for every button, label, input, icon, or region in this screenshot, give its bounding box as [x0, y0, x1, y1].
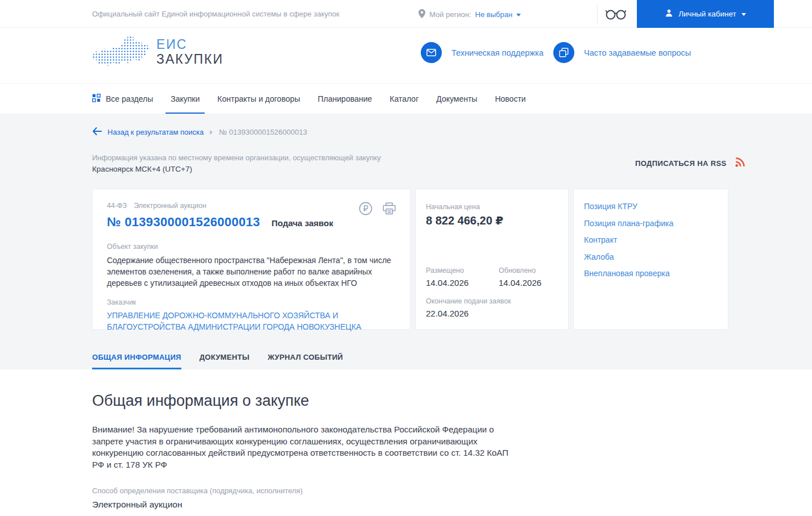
breadcrumb-separator-icon — [210, 130, 213, 135]
link-complaint[interactable]: Жалоба — [584, 252, 718, 261]
back-to-results-link[interactable]: Назад к результатам поиска — [92, 127, 204, 137]
nav-item-contracts[interactable]: Контракты и договоры — [217, 84, 300, 114]
deadline-block: Окончание подачи заявок 22.04.2026 — [426, 297, 511, 318]
link-unscheduled-inspection[interactable]: Внеплановая проверка — [584, 269, 718, 278]
personal-cabinet-button[interactable]: Личный кабинет — [637, 0, 774, 28]
russia-map-dotted-icon — [92, 36, 149, 68]
nav-item-planning[interactable]: Планирование — [318, 84, 372, 114]
region-selector[interactable]: Мой регион: Не выбран — [419, 9, 521, 20]
user-icon — [665, 9, 673, 19]
back-arrow-icon — [92, 127, 102, 137]
placed-date: 14.04.2026 — [426, 278, 499, 288]
location-pin-icon — [419, 9, 425, 20]
purchase-number: № 0139300001526000013 — [107, 215, 260, 230]
supplier-method-label: Способ определения поставщика (подрядчик… — [92, 486, 303, 495]
law-type: 44-ФЗ — [107, 202, 127, 210]
price-value: 8 822 466,20 ₽ — [426, 214, 558, 227]
chevron-down-icon — [516, 14, 521, 16]
nav-all-sections[interactable]: Все разделы — [92, 84, 153, 114]
related-links-panel: Позиция КТРУ Позиция плана-графика Контр… — [573, 189, 728, 330]
logo-line-2: ЗАКУПКИ — [156, 52, 223, 66]
tech-support-link[interactable]: Техническая поддержка — [421, 42, 544, 63]
general-info-content: Общая информация о закупке Внимание! За … — [0, 369, 812, 516]
ruble-circle-icon — [359, 202, 372, 217]
back-link-label: Назад к результатам поиска — [107, 128, 204, 136]
customer-label: Заказчик — [107, 298, 396, 306]
rss-icon — [735, 157, 745, 169]
nav-all-sections-label: Все разделы — [106, 94, 153, 103]
logo-line-1: ЕИС — [156, 37, 223, 52]
nav-item-news[interactable]: Новости — [495, 84, 525, 114]
faq-label: Часто задаваемые вопросы — [584, 48, 691, 57]
tab-event-log[interactable]: ЖУРНАЛ СОБЫТИЙ — [268, 344, 343, 369]
tab-documents[interactable]: ДОКУМЕНТЫ — [200, 344, 250, 369]
chevron-down-icon — [741, 13, 746, 16]
page-title: Общая информация о закупке — [92, 392, 309, 410]
timezone-note: Информация указана по местному времени о… — [92, 153, 381, 162]
faq-link[interactable]: Часто задаваемые вопросы — [553, 42, 691, 63]
purchase-stage-badge: Подача заявок — [271, 218, 333, 228]
purchase-method-short: Электронный аукцион — [134, 202, 206, 210]
accessibility-version-button[interactable] — [605, 6, 627, 23]
nav-item-documents[interactable]: Документы — [436, 84, 477, 114]
supplier-method-value: Электронный аукцион — [92, 500, 183, 510]
tab-general-info[interactable]: ОБЩАЯ ИНФОРМАЦИЯ — [92, 344, 181, 369]
price-label: Начальная цена — [426, 203, 558, 211]
eis-logo[interactable]: ЕИС ЗАКУПКИ — [92, 36, 223, 68]
top-utility-bar: Официальный сайт Единой информационной с… — [0, 0, 812, 28]
nav-item-catalog[interactable]: Каталог — [390, 84, 419, 114]
main-navigation: Все разделы Закупки Контракты и договоры… — [0, 83, 812, 114]
region-value: Не выбран — [475, 10, 513, 19]
purchase-price-panel: Начальная цена 8 822 466,20 ₽ Размещено … — [415, 189, 569, 330]
print-button[interactable] — [383, 202, 396, 217]
logo-text: ЕИС ЗАКУПКИ — [156, 37, 223, 66]
link-ktru-position[interactable]: Позиция КТРУ — [584, 202, 718, 211]
antimonopoly-warning: Внимание! За нарушение требований антимо… — [92, 424, 514, 471]
official-site-label: Официальный сайт Единой информационной с… — [92, 10, 339, 18]
personal-cabinet-label: Личный кабинет — [678, 10, 736, 18]
placed-label: Размещено — [426, 267, 499, 274]
breadcrumb-current: № 0139300001526000013 — [219, 128, 307, 136]
faq-icon — [553, 42, 574, 63]
link-plan-schedule-position[interactable]: Позиция плана-графика — [584, 219, 718, 228]
eyeglasses-icon — [605, 14, 627, 23]
timezone-value: Красноярск МСК+4 (UTC+7) — [92, 165, 192, 173]
breadcrumb: Назад к результатам поиска № 01393000015… — [92, 127, 307, 137]
dates-row: Размещено 14.04.2026 Обновлено 14.04.202… — [426, 267, 541, 288]
nav-item-zakupki[interactable]: Закупки — [171, 84, 200, 114]
law-type-row: 44-ФЗ Электронный аукцион — [107, 202, 396, 210]
updated-date: 14.04.2026 — [499, 278, 541, 288]
object-description: Содержание общественного пространства "Н… — [107, 255, 396, 289]
mail-icon — [421, 42, 442, 63]
updated-date-block: Обновлено 14.04.2026 — [499, 267, 541, 288]
customer-link[interactable]: УПРАВЛЕНИЕ ДОРОЖНО-КОММУНАЛЬНОГО ХОЗЯЙСТ… — [107, 310, 396, 332]
region-label: Мой регион: — [429, 10, 471, 19]
purchase-main-panel: 44-ФЗ Электронный аукцион № 013930000152… — [92, 189, 411, 330]
link-contract[interactable]: Контракт — [584, 235, 718, 244]
deadline-date: 22.04.2026 — [426, 309, 511, 318]
purchase-summary-section: Назад к результатам поиска № 01393000015… — [0, 114, 812, 369]
tech-support-label: Техническая поддержка — [451, 48, 544, 57]
nav-items: Все разделы Закупки Контракты и договоры… — [92, 84, 526, 114]
rss-subscribe-link[interactable]: ПОДПИСАТЬСЯ НА RSS — [635, 157, 745, 169]
rss-subscribe-label: ПОДПИСАТЬСЯ НА RSS — [635, 159, 727, 168]
updated-label: Обновлено — [499, 267, 541, 274]
topbar-divider — [597, 5, 598, 23]
sections-grid-icon — [92, 94, 101, 104]
placed-date-block: Размещено 14.04.2026 — [426, 267, 499, 288]
price-info-button[interactable] — [359, 202, 372, 217]
detail-tabs: ОБЩАЯ ИНФОРМАЦИЯ ДОКУМЕНТЫ ЖУРНАЛ СОБЫТИ… — [92, 344, 343, 369]
purchase-number-row: № 0139300001526000013 Подача заявок — [107, 215, 396, 230]
deadline-label: Окончание подачи заявок — [426, 297, 511, 305]
printer-icon — [383, 202, 396, 217]
object-label: Объект закупки — [107, 243, 396, 251]
site-header: ЕИС ЗАКУПКИ Техническая поддержка Часто … — [0, 28, 812, 83]
purchase-actions — [359, 202, 396, 217]
